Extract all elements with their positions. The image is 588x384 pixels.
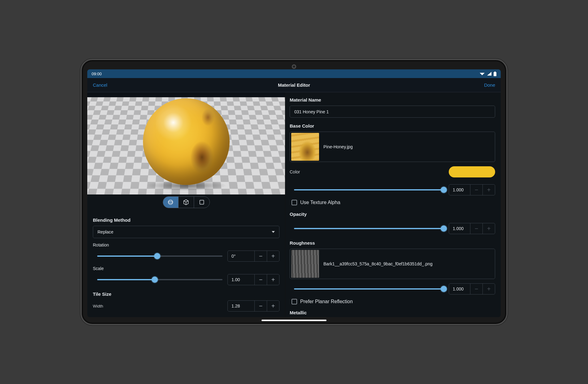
- tile-size-label: Tile Size: [93, 291, 279, 297]
- roughness-slider[interactable]: [294, 285, 444, 293]
- rotation-slider-thumb[interactable]: [154, 253, 160, 259]
- rotation-slider[interactable]: [97, 252, 223, 260]
- cube-icon: [183, 199, 189, 206]
- rotation-value: 0°: [228, 254, 254, 259]
- base-color-label: Base Color: [290, 123, 495, 129]
- roughness-filename: Bark1__a39fcc53_575a_8c40_9bac_f0ef1b635…: [323, 261, 433, 266]
- status-icons: [479, 72, 496, 76]
- signal-icon: [487, 72, 492, 76]
- scale-label: Scale: [93, 266, 279, 271]
- svg-rect-0: [494, 72, 496, 76]
- home-indicator: [262, 320, 326, 321]
- tablet-device-frame: 09:00 Cancel Material Editor Done: [80, 59, 508, 325]
- opacity-decrement[interactable]: −: [470, 223, 482, 234]
- page-title: Material Editor: [278, 82, 310, 88]
- battery-icon: [494, 72, 496, 76]
- metallic-label: Metallic: [290, 310, 495, 315]
- use-texture-alpha-label: Use Texture Alpha: [300, 200, 340, 205]
- color-mix-increment[interactable]: +: [482, 185, 495, 195]
- svg-point-2: [168, 200, 173, 205]
- scale-slider[interactable]: [97, 276, 223, 283]
- rotation-increment[interactable]: +: [267, 251, 279, 261]
- use-texture-alpha-checkbox[interactable]: Use Texture Alpha: [292, 200, 495, 205]
- preview-shape-sphere[interactable]: [163, 197, 179, 208]
- checkbox-icon: [292, 299, 297, 304]
- done-button[interactable]: Done: [484, 82, 495, 88]
- opacity-thumb[interactable]: [441, 225, 447, 232]
- svg-rect-1: [495, 72, 496, 72]
- app-header: Cancel Material Editor Done: [87, 78, 501, 92]
- preview-shape-plane[interactable]: [194, 197, 210, 208]
- rotation-slider-fill: [97, 255, 157, 257]
- preview-shape-toggle: [87, 194, 285, 210]
- screen: 09:00 Cancel Material Editor Done: [87, 69, 501, 317]
- scale-increment[interactable]: +: [267, 274, 279, 285]
- cancel-button[interactable]: Cancel: [93, 82, 107, 88]
- scale-slider-thumb[interactable]: [152, 277, 158, 283]
- checkbox-icon: [292, 200, 297, 205]
- svg-rect-4: [200, 200, 204, 204]
- left-scroll-area[interactable]: Blending Method Replace Rotation: [87, 210, 285, 317]
- roughness-texture-picker[interactable]: Bark1__a39fcc53_575a_8c40_9bac_f0ef1b635…: [290, 249, 495, 279]
- scale-value: 1.00: [228, 277, 254, 282]
- base-color-thumbnail: [291, 133, 319, 161]
- preview-sphere: [143, 98, 230, 185]
- scale-decrement[interactable]: −: [254, 274, 267, 285]
- roughness-label: Roughness: [290, 240, 495, 246]
- roughness-thumbnail: [291, 250, 319, 278]
- rotation-label: Rotation: [93, 242, 279, 247]
- plane-icon: [198, 199, 205, 206]
- roughness-value: 1.000: [449, 286, 470, 291]
- color-mix-decrement[interactable]: −: [470, 185, 482, 195]
- status-time: 09:00: [92, 72, 102, 76]
- blending-method-value: Replace: [97, 229, 113, 234]
- color-mix-slider[interactable]: [294, 186, 444, 194]
- roughness-increment[interactable]: +: [482, 284, 495, 294]
- content-split: Blending Method Replace Rotation: [87, 92, 501, 317]
- chevron-down-icon: [272, 231, 275, 233]
- device-camera: [292, 64, 296, 69]
- prefer-planar-label: Prefer Planar Reflection: [300, 299, 353, 304]
- scale-slider-fill: [97, 279, 155, 280]
- color-mix-fill: [294, 189, 444, 190]
- base-color-texture-picker[interactable]: Pine-Honey.jpg: [290, 132, 495, 162]
- opacity-increment[interactable]: +: [482, 223, 495, 234]
- color-mix-thumb[interactable]: [441, 187, 447, 193]
- opacity-fill: [294, 228, 444, 229]
- tile-width-decrement[interactable]: −: [254, 301, 267, 311]
- status-bar: 09:00: [87, 69, 501, 78]
- blending-method-select[interactable]: Replace: [93, 226, 279, 238]
- color-mix-value: 1.000: [449, 187, 470, 192]
- roughness-fill: [294, 288, 444, 290]
- svg-point-3: [168, 201, 173, 203]
- rotation-decrement[interactable]: −: [254, 251, 267, 261]
- opacity-slider[interactable]: [294, 225, 444, 232]
- material-name-input[interactable]: [290, 106, 495, 118]
- tile-width-increment[interactable]: +: [267, 301, 279, 311]
- sphere-icon: [167, 199, 174, 206]
- left-column: Blending Method Replace Rotation: [87, 92, 285, 317]
- prefer-planar-checkbox[interactable]: Prefer Planar Reflection: [292, 299, 495, 304]
- base-color-filename: Pine-Honey.jpg: [323, 144, 353, 149]
- right-column[interactable]: Material Name Base Color Pine-Honey.jpg …: [285, 92, 501, 317]
- wifi-icon: [479, 72, 485, 76]
- material-preview[interactable]: [87, 92, 285, 194]
- tile-width-value: 1.28: [228, 303, 254, 308]
- color-label: Color: [290, 169, 300, 174]
- tile-width-label: Width: [93, 304, 103, 308]
- opacity-label: Opacity: [290, 212, 495, 217]
- material-name-label: Material Name: [290, 97, 495, 103]
- opacity-value: 1.000: [449, 226, 470, 231]
- roughness-thumb[interactable]: [441, 286, 447, 292]
- blending-method-label: Blending Method: [93, 217, 279, 223]
- roughness-decrement[interactable]: −: [470, 284, 482, 294]
- color-swatch[interactable]: [449, 166, 495, 177]
- preview-shape-cube[interactable]: [179, 197, 194, 208]
